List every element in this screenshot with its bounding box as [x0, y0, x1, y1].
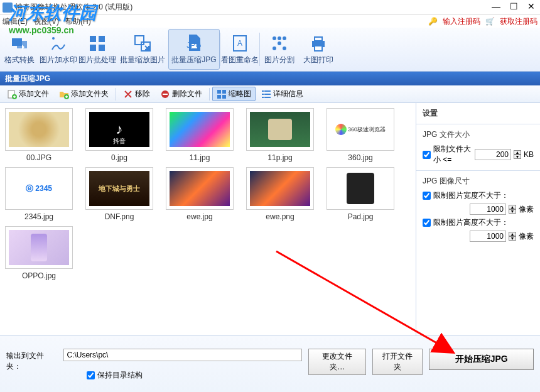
remove-button[interactable]: 移除 [119, 87, 154, 101]
thumbnail-filename: 360.jpg [348, 153, 372, 162]
maximize-button[interactable]: ☐ [505, 0, 522, 14]
thumbnail-item[interactable]: ewe.png [246, 167, 314, 221]
thumbnail-item[interactable]: Pad.jpg [327, 167, 394, 221]
menu-bar: 编辑(E) 视图(V) 帮助(H) 🔑 输入注册码 🛒 获取注册码 [0, 15, 540, 28]
svg-rect-3 [90, 45, 96, 51]
minimize-button[interactable]: — [487, 0, 505, 14]
view-detail-button[interactable]: 详细信息 [257, 87, 308, 101]
delete-file-button[interactable]: 删除文件 [156, 87, 207, 101]
cart-icon: 🛒 [485, 17, 495, 26]
limit-width-label: 限制图片宽度不大于： [433, 190, 509, 201]
add-folder-button[interactable]: 添加文件夹 [55, 87, 113, 101]
add-folder-icon [59, 89, 69, 99]
tool-batch-resize[interactable]: 批量缩放图片 [117, 28, 168, 71]
section-header: 批量压缩JPG [0, 72, 540, 85]
thumbnail-item[interactable]: ♪抖音0.jpg [85, 108, 153, 162]
settings-panel: 设置 JPG 文件大小 限制文件大小 <= ▲▼ KB JPG 图像尺寸 限制图… [416, 103, 540, 348]
svg-rect-25 [217, 90, 221, 94]
limit-size-input[interactable] [475, 149, 511, 160]
h-spin-down[interactable]: ▼ [509, 236, 516, 241]
thumbnail-filename: ewe.png [266, 212, 294, 221]
tool-print[interactable]: 大图打印 [299, 28, 338, 71]
thumbnail-filename: ewe.jpg [186, 212, 212, 221]
svg-point-0 [52, 37, 55, 40]
sub-toolbar: 添加文件 添加文件夹 移除 删除文件 缩略图 详细信息 [0, 85, 540, 103]
tool-batch-compress-jpg[interactable]: JPG 批量压缩JPG [168, 29, 220, 70]
menu-edit[interactable]: 编辑(E) [3, 16, 28, 27]
tool-rename[interactable]: A 看图重命名 [220, 28, 259, 71]
svg-rect-5 [135, 36, 144, 45]
svg-rect-28 [222, 95, 226, 99]
h-spin-up[interactable]: ▲ [509, 232, 516, 236]
svg-rect-4 [99, 45, 105, 51]
thumbnail-item[interactable]: ⓔ 23452345.jpg [5, 167, 73, 221]
bottom-bar: 输出到文件夹： 更改文件夹… 打开文件夹 开始压缩JPG 保持目录结构 [0, 335, 540, 392]
limit-width-checkbox[interactable] [423, 192, 431, 200]
svg-rect-33 [262, 97, 264, 98]
w-spin-down[interactable]: ▼ [509, 209, 516, 214]
limit-height-label: 限制图片高度不大于： [433, 217, 509, 228]
size-spin-up[interactable]: ▲ [514, 150, 521, 155]
open-folder-button[interactable]: 打开文件夹 [372, 349, 423, 375]
thumbnail-item[interactable]: 地下城与勇士DNF.png [85, 167, 153, 221]
svg-rect-26 [222, 90, 226, 94]
svg-rect-32 [264, 94, 271, 95]
jpg-dim-title: JPG 图像尺寸 [423, 176, 534, 187]
menu-view[interactable]: 视图(V) [34, 16, 59, 27]
limit-height-checkbox[interactable] [423, 219, 431, 227]
window-title: 神奇图像转换处理软件 2.0 (试用版) [15, 2, 132, 13]
get-reg-code[interactable]: 获取注册码 [500, 16, 537, 27]
thumbnail-item[interactable]: 11p.jpg [246, 108, 314, 162]
svg-rect-1 [90, 36, 96, 42]
thumbnail-item[interactable]: 00.JPG [5, 108, 73, 162]
thumbs-icon [217, 89, 227, 99]
thumbnail-item[interactable]: 11.jpg [166, 108, 234, 162]
limit-size-label: 限制文件大小 <= [433, 144, 472, 165]
keep-structure-label: 保持目录结构 [97, 370, 143, 381]
thumbnail-item[interactable]: ewe.jpg [166, 167, 234, 221]
size-spin-down[interactable]: ▼ [514, 155, 521, 159]
px-label-2: 像素 [519, 231, 534, 242]
close-button[interactable]: ✕ [522, 0, 540, 14]
svg-rect-34 [264, 97, 271, 98]
main-area: 00.JPG♪抖音0.jpg11.jpg11p.jpg360极速浏览器360.j… [0, 103, 540, 348]
thumbnail-filename: 00.JPG [26, 153, 51, 162]
tool-format-convert[interactable]: 格式转换 [0, 28, 39, 71]
settings-heading: 设置 [423, 108, 534, 119]
svg-point-13 [273, 46, 276, 50]
app-icon [3, 3, 13, 13]
w-spin-up[interactable]: ▲ [509, 205, 516, 209]
limit-size-checkbox[interactable] [423, 151, 431, 159]
enter-reg-code[interactable]: 输入注册码 [443, 16, 480, 27]
limit-width-input[interactable] [470, 204, 506, 215]
thumbnail-item[interactable]: 360极速浏览器360.jpg [327, 108, 394, 162]
menu-help[interactable]: 帮助(H) [65, 16, 91, 27]
thumbnail-filename: OPPO.jpg [22, 271, 56, 280]
start-compress-button[interactable]: 开始压缩JPG [429, 349, 534, 370]
limit-height-input[interactable] [470, 231, 506, 242]
main-toolbar: 格式转换 图片加水印 图片批处理 批量缩放图片 JPG 批量压缩JPG A 看图… [0, 28, 540, 72]
svg-text:A: A [237, 39, 242, 48]
thumbnail-item[interactable]: OPPO.jpg [5, 226, 73, 280]
thumbnail-filename: Pad.jpg [348, 212, 374, 221]
svg-rect-30 [264, 90, 271, 92]
tool-split[interactable]: 图片分割 [260, 28, 299, 71]
svg-rect-18 [315, 37, 322, 41]
tool-batch-process[interactable]: 图片批处理 [78, 28, 117, 71]
svg-rect-27 [217, 95, 221, 99]
thumbnail-filename: 2345.jpg [24, 212, 53, 221]
kb-label: KB [524, 150, 534, 159]
tool-watermark[interactable]: 图片加水印 [39, 28, 78, 71]
change-folder-button[interactable]: 更改文件夹… [308, 349, 366, 375]
key-icon: 🔑 [428, 17, 438, 26]
thumbnail-filename: 11.jpg [190, 153, 210, 162]
view-thumbnails-button[interactable]: 缩略图 [212, 87, 256, 101]
output-path-input[interactable] [63, 349, 302, 361]
title-bar: 神奇图像转换处理软件 2.0 (试用版) — ☐ ✕ [0, 0, 540, 15]
px-label-1: 像素 [519, 204, 534, 215]
svg-point-14 [283, 46, 286, 50]
svg-rect-19 [315, 46, 322, 51]
keep-structure-checkbox[interactable] [87, 371, 95, 379]
add-file-button[interactable]: 添加文件 [3, 87, 53, 101]
thumbnail-filename: 0.jpg [111, 153, 127, 162]
